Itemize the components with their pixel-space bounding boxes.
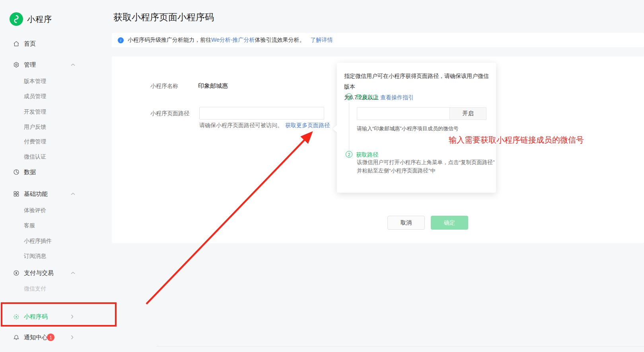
sidebar: 小程序 首页 管理 版本管理 成员管理 开发管理 用户反馈 付费管理 微信认证 … bbox=[0, 0, 112, 352]
notification-badge: 1 bbox=[47, 334, 54, 341]
step-connector bbox=[349, 103, 349, 151]
step2-description: 该微信用户可打开小程序右上角菜单，点击“复制页面路径”并粘贴至左侧“小程序页面路… bbox=[357, 158, 497, 175]
step2-number: 2 bbox=[346, 151, 352, 158]
sidebar-item-experience-review[interactable]: 体验评价 bbox=[0, 205, 112, 217]
info-banner: i 小程序码升级推广分析能力，前往We分析-推广分析体验引流效果分析。 了解详情 bbox=[112, 33, 644, 47]
sidebar-item-dev-manage[interactable]: 开发管理 bbox=[0, 106, 112, 118]
chevron-right-icon bbox=[71, 335, 74, 340]
chevron-up-icon bbox=[71, 64, 75, 66]
wechat-miniprogram-console: { "colors": { "accent_green": "#07c160",… bbox=[0, 0, 644, 352]
sidebar-group-payment[interactable]: 支付与交易 bbox=[0, 267, 112, 279]
sidebar-item-member-manage[interactable]: 成员管理 bbox=[0, 91, 112, 103]
page-path-hint: 请确保小程序页面路径可被访问。获取更多页面路径 bbox=[199, 122, 330, 129]
wechat-id-input[interactable] bbox=[357, 107, 449, 120]
payment-icon bbox=[13, 270, 19, 276]
sidebar-item-wechat-pay[interactable]: 微信支付 bbox=[0, 283, 112, 295]
sidebar-item-notification-center[interactable]: 通知中心 1 bbox=[0, 331, 112, 343]
sidebar-group-manage[interactable]: 管理 bbox=[0, 59, 112, 71]
operation-guide-link[interactable]: 查看操作指引 bbox=[380, 94, 414, 101]
bell-icon bbox=[13, 334, 19, 340]
annotation-note: 输入需要获取小程序链接成员的微信号 bbox=[449, 135, 584, 145]
sidebar-item-data[interactable]: 数据 bbox=[0, 166, 112, 178]
basic-functions-icon bbox=[13, 191, 19, 197]
sidebar-item-wechat-verify[interactable]: 微信认证 bbox=[0, 151, 112, 163]
chevron-right-icon bbox=[71, 315, 74, 319]
data-icon bbox=[13, 169, 19, 175]
page-title: 获取小程序页面小程序码 bbox=[113, 11, 214, 23]
step1-hint: 请输入“印象邮城惠”小程序项目成员的微信号 bbox=[357, 125, 459, 132]
sidebar-item-subscribe-message[interactable]: 订阅消息 bbox=[0, 250, 112, 262]
sidebar-item-customer-service[interactable]: 客服 bbox=[0, 220, 112, 232]
step1-title: 开启入口 bbox=[356, 94, 378, 101]
sidebar-item-paid-manage[interactable]: 付费管理 bbox=[0, 136, 112, 148]
sidebar-item-plugins[interactable]: 小程序插件 bbox=[0, 235, 112, 247]
chevron-up-icon bbox=[71, 193, 75, 195]
chevron-up-icon bbox=[71, 272, 75, 275]
bottom-divider bbox=[156, 346, 644, 346]
miniprogram-name-value: 印象邮城惠 bbox=[198, 82, 228, 90]
step1-number: 1 bbox=[346, 93, 352, 100]
info-icon: i bbox=[118, 37, 124, 43]
confirm-button[interactable]: 确定 bbox=[431, 216, 468, 230]
banner-text-after: 体验引流效果分析。 bbox=[255, 37, 305, 44]
sidebar-group-basic-functions[interactable]: 基础功能 bbox=[0, 188, 112, 200]
home-icon bbox=[13, 41, 19, 47]
cancel-button[interactable]: 取消 bbox=[387, 216, 425, 230]
miniprogram-logo-icon bbox=[10, 12, 23, 26]
sidebar-item-home[interactable]: 首页 bbox=[0, 38, 112, 50]
sidebar-item-version-manage[interactable]: 版本管理 bbox=[0, 75, 112, 87]
app-logo-row: 小程序 bbox=[10, 12, 52, 26]
minicode-icon bbox=[13, 313, 19, 320]
step2-title: 获取路径 bbox=[356, 151, 378, 159]
learn-more-link[interactable]: 了解详情 bbox=[310, 37, 333, 44]
miniprogram-name-label: 小程序名称 bbox=[150, 83, 178, 90]
page-path-input[interactable] bbox=[199, 107, 324, 120]
open-button[interactable]: 开启 bbox=[449, 107, 486, 120]
app-title: 小程序 bbox=[27, 14, 52, 25]
sidebar-item-user-feedback[interactable]: 用户反馈 bbox=[0, 121, 112, 133]
sidebar-item-minicode[interactable]: 小程序码 bbox=[0, 311, 112, 323]
manage-icon bbox=[13, 62, 19, 68]
popover-caret-icon bbox=[333, 125, 337, 132]
we-analysis-link[interactable]: We分析-推广分析 bbox=[211, 37, 255, 44]
get-more-paths-link[interactable]: 获取更多页面路径 bbox=[285, 122, 330, 128]
get-path-popover: 指定微信用户可在小程序获得页面路径，请确保该用户微信版本 为6.7.2及以上 查… bbox=[337, 63, 496, 193]
page-path-label: 小程序页面路径 bbox=[150, 110, 189, 117]
banner-text-before: 小程序码升级推广分析能力，前往 bbox=[128, 37, 211, 44]
